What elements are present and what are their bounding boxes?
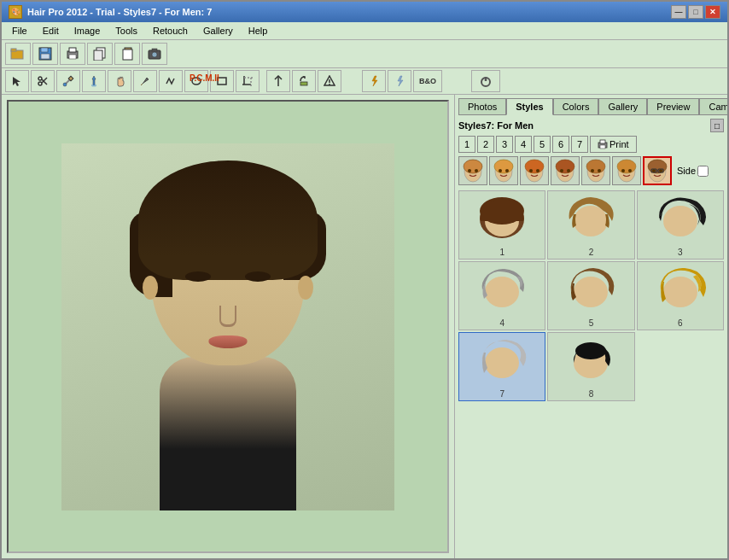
tab-camera[interactable]: Camera (699, 98, 727, 115)
styles-panel: Styles7: For Men □ 1 2 3 4 5 6 7 Print (458, 119, 724, 555)
hair-num-8: 8 (589, 389, 594, 399)
hair-style-6[interactable]: 6 (637, 261, 724, 330)
toolbar-row2: B&O P.C.M.II (2, 68, 727, 95)
photo-area[interactable] (7, 100, 449, 553)
svg-rect-3 (41, 48, 48, 52)
power-button[interactable] (471, 70, 500, 92)
pen-tool[interactable] (133, 70, 157, 92)
save-button[interactable] (32, 43, 58, 65)
maximize-button[interactable]: □ (688, 5, 703, 19)
side-checkbox-area: Side (677, 166, 709, 177)
title-controls: — □ ✕ (671, 5, 720, 19)
svg-point-48 (499, 169, 502, 172)
style-num-1[interactable]: 1 (458, 136, 475, 153)
fill-tool[interactable] (82, 70, 106, 92)
tab-gallery[interactable]: Gallery (598, 98, 647, 115)
styles-title: Styles7: For Men (458, 120, 534, 131)
tool-a[interactable] (266, 70, 290, 92)
tool-c[interactable] (318, 70, 341, 92)
svg-rect-40 (600, 140, 605, 143)
effect-a[interactable] (362, 70, 386, 92)
arrow-tool[interactable] (5, 70, 29, 92)
menu-image[interactable]: Image (67, 24, 108, 38)
svg-rect-6 (69, 48, 76, 52)
hair-num-6: 6 (678, 318, 683, 328)
hair-img-6 (650, 265, 711, 317)
hair-style-3[interactable]: 3 (637, 190, 724, 260)
svg-point-51 (525, 160, 544, 173)
effect-b[interactable] (388, 70, 411, 92)
svg-point-78 (485, 277, 519, 307)
svg-point-60 (591, 169, 594, 172)
svg-rect-14 (152, 49, 157, 51)
hair-img-3 (650, 195, 711, 246)
zigzag-tool[interactable] (159, 70, 183, 92)
camera-button[interactable] (142, 43, 167, 65)
menu-file[interactable]: File (5, 24, 34, 38)
tab-photos[interactable]: Photos (458, 98, 506, 115)
hair-style-4[interactable]: 4 (458, 261, 545, 330)
style-num-4[interactable]: 4 (515, 136, 532, 153)
hair-style-8[interactable]: 8 (547, 332, 634, 401)
svg-point-56 (560, 169, 563, 172)
svg-point-69 (659, 169, 662, 172)
hand-tool[interactable] (108, 70, 131, 92)
svg-rect-1 (11, 49, 16, 51)
face-icon-5[interactable] (581, 156, 610, 185)
svg-point-79 (574, 277, 608, 307)
svg-rect-41 (600, 145, 605, 149)
tab-colors[interactable]: Colors (553, 98, 599, 115)
hair-style-7[interactable]: 7 (458, 332, 545, 401)
minimize-button[interactable]: — (671, 5, 686, 19)
face-icon-2[interactable] (489, 156, 518, 185)
menu-retouch[interactable]: Retouch (146, 24, 195, 38)
hair-num-2: 2 (589, 248, 594, 257)
style-num-6[interactable]: 6 (552, 136, 569, 153)
eyedropper-tool[interactable] (56, 70, 80, 92)
menu-gallery[interactable]: Gallery (196, 24, 240, 38)
bo-button[interactable]: B&O (413, 70, 442, 92)
style-num-5[interactable]: 5 (534, 136, 551, 153)
style-num-7[interactable]: 7 (571, 136, 588, 153)
hair-num-3: 3 (678, 248, 683, 257)
svg-marker-36 (398, 76, 403, 86)
svg-point-45 (475, 169, 478, 172)
tab-styles[interactable]: Styles (506, 98, 552, 115)
scissors-tool[interactable] (31, 70, 55, 92)
print-button[interactable] (60, 43, 85, 65)
face-icon-6[interactable] (612, 156, 641, 185)
menu-edit[interactable]: Edit (36, 24, 66, 38)
svg-point-53 (536, 169, 539, 172)
crop-tool[interactable] (236, 70, 260, 92)
svg-rect-9 (94, 50, 102, 61)
face-icon-4[interactable] (551, 156, 580, 185)
print-style-button[interactable]: Print (590, 136, 637, 153)
hair-img-1 (471, 195, 533, 246)
svg-point-61 (598, 169, 601, 172)
open-button[interactable] (5, 43, 31, 65)
styles-minimize-button[interactable]: □ (710, 119, 724, 132)
paste-button[interactable] (114, 43, 140, 65)
tab-preview[interactable]: Preview (647, 98, 699, 115)
menu-tools[interactable]: Tools (108, 24, 144, 38)
face-icon-7[interactable] (643, 156, 672, 185)
menu-bar: File Edit Image Tools Retouch Gallery He… (2, 22, 727, 40)
hair-style-1[interactable]: 1 (458, 190, 545, 260)
svg-point-57 (567, 169, 570, 172)
num-row: 1 2 3 4 5 6 7 Print (458, 136, 724, 153)
app-window: 🎨 Hair Pro 2012 - Trial - Styles7 - For … (0, 0, 729, 560)
tool-b[interactable] (292, 70, 316, 92)
svg-point-83 (575, 342, 606, 359)
menu-help[interactable]: Help (242, 24, 275, 38)
face-icon-3[interactable] (520, 156, 549, 185)
copy-button[interactable] (87, 43, 113, 65)
close-button[interactable]: ✕ (705, 5, 720, 19)
pcm-label: P.C.M.II (190, 73, 219, 83)
side-checkbox[interactable] (697, 166, 709, 177)
style-num-3[interactable]: 3 (496, 136, 513, 153)
right-panel: Photos Styles Colors Gallery Preview Cam… (454, 95, 727, 558)
face-icon-1[interactable] (458, 156, 487, 185)
hair-style-5[interactable]: 5 (547, 261, 634, 330)
style-num-2[interactable]: 2 (477, 136, 494, 153)
hair-style-2[interactable]: 2 (547, 190, 634, 260)
